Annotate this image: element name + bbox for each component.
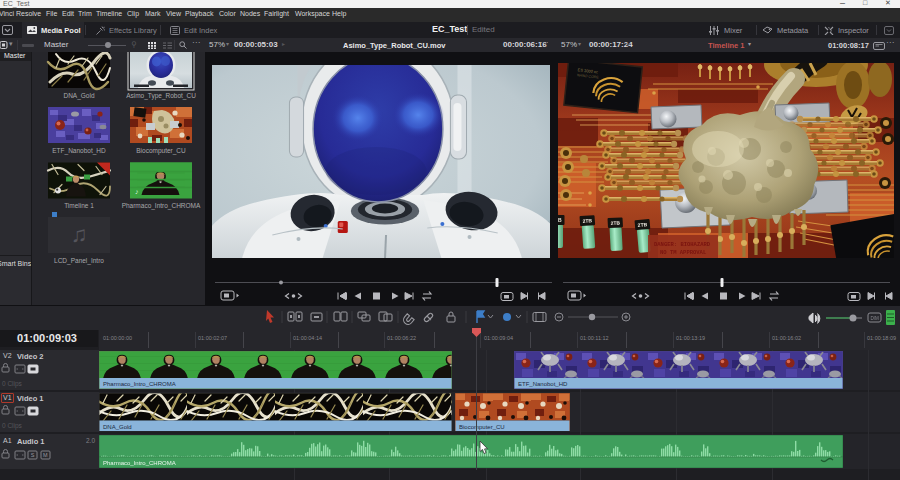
svg-text:DIM: DIM (870, 316, 879, 321)
svg-text:M: M (43, 452, 48, 458)
svg-text:ETF_Nanobot_HD: ETF_Nanobot_HD (518, 381, 568, 387)
svg-text:DANGER: BIOHAZARD: DANGER: BIOHAZARD (654, 241, 711, 248)
svg-text:Pharmaco_Intro_CHROMA: Pharmaco_Intro_CHROMA (103, 381, 176, 387)
svg-text:DNA_Gold: DNA_Gold (103, 423, 132, 429)
svg-text:♫: ♫ (71, 222, 88, 247)
svg-text:Biocomputer_CU: Biocomputer_CU (459, 423, 505, 429)
svg-text:S: S (31, 452, 35, 458)
svg-text:Pharmaco_Intro_CHROMA: Pharmaco_Intro_CHROMA (103, 460, 176, 466)
